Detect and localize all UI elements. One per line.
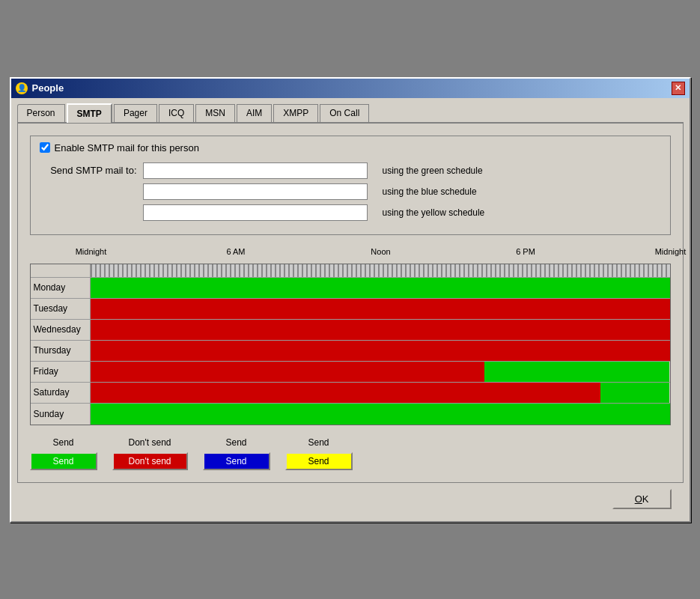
row-monday: Monday <box>31 278 670 299</box>
tab-oncall[interactable]: On Call <box>320 104 369 122</box>
btn-group-send-green: Send Send <box>30 437 97 470</box>
row-sunday: Sunday <box>31 404 670 425</box>
tab-msn[interactable]: MSN <box>195 104 235 122</box>
tab-person[interactable]: Person <box>17 104 65 122</box>
btn-group-send-blue: Send Send <box>203 437 270 470</box>
row-saturday: Saturday <box>31 383 670 404</box>
tab-smtp[interactable]: SMTP <box>67 103 112 123</box>
blue-schedule-label: using the blue schedule <box>383 186 477 197</box>
day-thursday: Thursday <box>31 341 91 361</box>
people-window: 👤 People ✕ Person SMTP Pager ICQ MSN AIM… <box>10 77 691 523</box>
window-icon: 👤 <box>16 82 28 94</box>
tab-aim[interactable]: AIM <box>237 104 272 122</box>
ok-section: OK <box>17 483 684 515</box>
hatch-bar <box>91 264 670 277</box>
enable-checkbox[interactable] <box>40 142 50 153</box>
bar-saturday[interactable] <box>91 383 670 403</box>
legend-send-label: Send <box>52 437 73 448</box>
bar-thursday[interactable] <box>91 341 670 361</box>
close-button[interactable]: ✕ <box>672 82 685 95</box>
enable-row: Enable SMTP mail for this person <box>40 142 661 153</box>
send-blue-button[interactable]: Send <box>203 452 270 470</box>
bar-wednesday[interactable] <box>91 320 670 340</box>
row-friday: Friday <box>31 362 670 383</box>
legend-send-label-3: Send <box>308 437 329 448</box>
row-tuesday: Tuesday <box>31 299 670 320</box>
btn-group-dont-send: Don't send Don't send <box>112 437 188 470</box>
hatch-cell-empty <box>31 264 91 277</box>
btn-group-send-yellow: Send Send <box>285 437 353 470</box>
time-midnight-end: Midnight <box>655 247 687 256</box>
tab-xmpp[interactable]: XMPP <box>273 104 318 122</box>
day-tuesday: Tuesday <box>31 299 91 319</box>
time-midnight-start: Midnight <box>76 247 107 256</box>
bar-tuesday[interactable] <box>91 299 670 319</box>
time-noon: Noon <box>371 247 390 256</box>
bar-friday[interactable] <box>91 362 670 382</box>
row-wednesday: Wednesday <box>31 320 670 341</box>
dont-send-button[interactable]: Don't send <box>112 452 188 470</box>
content-area: Person SMTP Pager ICQ MSN AIM XMPP On Ca… <box>11 98 690 521</box>
main-panel: Enable SMTP mail for this person Send SM… <box>17 122 684 483</box>
hatch-header <box>31 264 670 278</box>
legend-dont-send-label: Don't send <box>129 437 171 448</box>
send-label: Send SMTP mail to: <box>40 165 137 176</box>
schedule-section: Midnight 6 AM Noon 6 PM Midnight <box>30 247 671 425</box>
smtp-row-2: using the blue schedule <box>40 183 661 200</box>
time-6pm: 6 PM <box>516 247 535 256</box>
send-green-button[interactable]: Send <box>30 452 97 470</box>
yellow-schedule-label: using the yellow schedule <box>383 207 485 218</box>
tab-bar: Person SMTP Pager ICQ MSN AIM XMPP On Ca… <box>17 103 684 122</box>
enable-label: Enable SMTP mail for this person <box>55 142 199 153</box>
enable-section: Enable SMTP mail for this person Send SM… <box>30 136 671 235</box>
send-yellow-button[interactable]: Send <box>285 452 353 470</box>
day-friday: Friday <box>31 362 91 382</box>
smtp-row-3: using the yellow schedule <box>40 204 661 221</box>
smtp-input-2[interactable] <box>143 183 368 200</box>
legend-send-label-2: Send <box>225 437 246 448</box>
day-sunday: Sunday <box>31 404 91 425</box>
window-title: People <box>32 82 64 94</box>
buttons-section: Send Send Don't send Don't send Send Sen… <box>30 437 671 470</box>
title-bar: 👤 People ✕ <box>11 79 690 98</box>
tab-pager[interactable]: Pager <box>114 104 157 122</box>
day-monday: Monday <box>31 278 91 298</box>
day-wednesday: Wednesday <box>31 320 91 340</box>
tab-icq[interactable]: ICQ <box>159 104 194 122</box>
schedule-grid: Monday Tuesday Wednesday <box>30 264 671 425</box>
smtp-row-1: Send SMTP mail to: using the green sched… <box>40 162 661 179</box>
day-saturday: Saturday <box>31 383 91 403</box>
smtp-input-1[interactable] <box>143 162 368 179</box>
title-bar-left: 👤 People <box>16 82 64 94</box>
time-6am: 6 AM <box>226 247 245 256</box>
ok-button[interactable]: OK <box>612 489 672 509</box>
row-thursday: Thursday <box>31 341 670 362</box>
smtp-input-3[interactable] <box>143 204 368 221</box>
bar-sunday[interactable] <box>91 404 670 425</box>
green-schedule-label: using the green schedule <box>383 165 483 176</box>
bar-monday[interactable] <box>91 278 670 298</box>
